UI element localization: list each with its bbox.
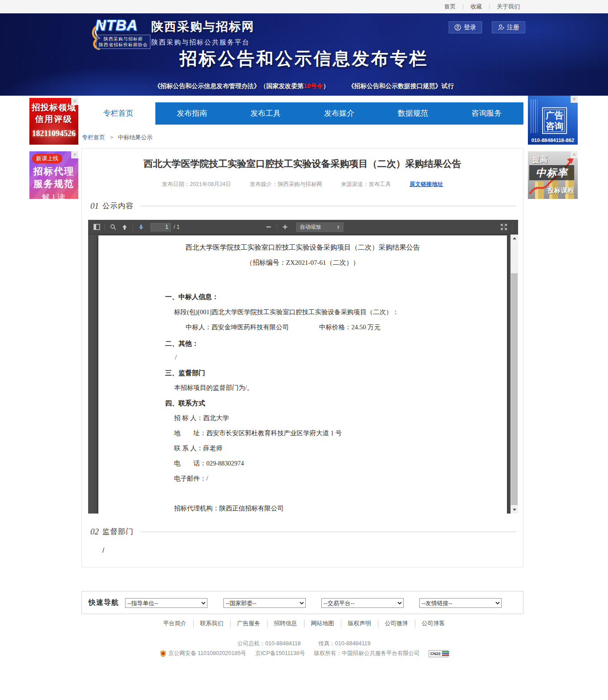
footer-link[interactable]: 公司微博 xyxy=(378,619,415,627)
banner-sub-part1: 《招标公告和公示信息发布管理办法》（国家发改委第 xyxy=(154,82,304,89)
site-logo[interactable]: NTBA 陕西采购与招标师 陕西省招标投标师协会 xyxy=(87,16,154,52)
quick-nav-label: 快速导航 xyxy=(89,598,119,607)
divider xyxy=(141,531,516,532)
zoom-out-icon[interactable] xyxy=(263,222,275,233)
nav-tab-publish-guide[interactable]: 发布指南 xyxy=(155,102,229,125)
zoom-mode-select[interactable]: 自动缩放 ▲▼ xyxy=(296,223,344,232)
page-number-input[interactable] xyxy=(150,223,171,231)
register-button[interactable]: 注册 xyxy=(492,21,525,33)
select-ministry[interactable]: --国家部委-- xyxy=(223,598,306,608)
login-label: 登录 xyxy=(464,24,476,32)
pdf-body: 西北大学医学院技工实验室口腔技工实验设备采购项目（二次）采购结果公告 （招标编号… xyxy=(88,235,518,514)
sidebar-toggle-icon[interactable] xyxy=(91,222,102,233)
select-trade-platform[interactable]: --交易平台-- xyxy=(321,598,404,608)
scrollbar-thumb[interactable] xyxy=(511,273,518,505)
pdf-toolbar: / 1 自动缩放 ▲▼ xyxy=(88,220,518,235)
footer-link[interactable]: 公司博客 xyxy=(415,619,452,627)
pdf-page: 西北大学医学院技工实验室口腔技工实验设备采购项目（二次）采购结果公告 （招标编号… xyxy=(98,235,507,514)
doc-agency-line: 招标代理机构：陕西正信招标有限公司 xyxy=(174,504,507,513)
ad-text: 提高 xyxy=(532,154,547,165)
divider xyxy=(105,223,105,231)
ad-agency-course[interactable]: × 新课上线 招标代理 服务规范 解 | 读 xyxy=(29,151,78,199)
divider xyxy=(133,223,133,231)
pdf-scrollbar[interactable] xyxy=(511,235,518,514)
nav-tab-column-home[interactable]: 专栏首页 xyxy=(81,102,155,125)
doc-title: 西北大学医学院技工实验室口腔技工实验设备采购项目（二次）采购结果公告 xyxy=(98,243,507,252)
ad-credit-rating[interactable]: × 招投标领域 信用评级 18211094526 xyxy=(29,98,78,145)
ad-phone: 010-88484118-862 xyxy=(528,138,578,143)
nav-tab-publish-media[interactable]: 发布媒介 xyxy=(303,102,377,125)
topbar-link-home[interactable]: 首页 xyxy=(437,3,463,11)
winner-label: 中标人： xyxy=(186,324,211,331)
ad-text: 广告 xyxy=(546,110,563,121)
footer-link[interactable]: 版权声明 xyxy=(341,619,378,627)
footer-link[interactable]: 联系我们 xyxy=(194,619,231,627)
section-title: 公示内容 xyxy=(102,201,134,211)
nav-tab-data-standard[interactable]: 数据规范 xyxy=(376,102,450,125)
doc-heading-2: 二、其他： xyxy=(165,339,507,348)
police-badge-icon xyxy=(160,650,166,657)
topbar-links: 首页 收藏 关于我们 xyxy=(437,0,527,13)
scroll-up-icon[interactable] xyxy=(511,235,518,242)
row-label: 电子邮件： xyxy=(174,475,207,482)
section-number: 01 xyxy=(90,201,99,211)
origin-link[interactable]: 原文链接地址 xyxy=(409,181,443,188)
pdf-viewer: / 1 自动缩放 ▲▼ xyxy=(88,220,518,514)
doc-winner-line: 中标人：西安金坤医药科技有限公司中标价格：24.50 万元 xyxy=(186,323,507,332)
ad-advertising-consult[interactable]: × 广告 咨询 010-88484118-862 xyxy=(528,96,578,145)
price-value: 24.50 万元 xyxy=(352,324,381,331)
topbar-link-favorite[interactable]: 收藏 xyxy=(463,3,489,11)
footer-contact: 公司总机：010-88484118 传真：010-88484119 xyxy=(0,640,608,647)
nav-tab-consult-service[interactable]: 咨询服务 xyxy=(450,102,524,125)
main-nav: 专栏首页 发布指南 发布工具 发布媒介 数据规范 咨询服务 xyxy=(81,102,523,125)
zoom-in-icon[interactable] xyxy=(280,222,291,233)
close-icon[interactable]: × xyxy=(71,151,78,158)
zoom-controls: 自动缩放 ▲▼ xyxy=(263,222,344,233)
footer-link[interactable]: 网站地图 xyxy=(304,619,341,627)
row-label: 联 系 人： xyxy=(174,445,203,452)
close-icon[interactable]: × xyxy=(571,151,578,158)
footer-link[interactable]: 广告服务 xyxy=(231,619,268,627)
zoom-mode-label: 自动缩放 xyxy=(300,223,321,231)
select-friend-links[interactable]: --友情链接-- xyxy=(419,598,502,608)
select-guide-unit[interactable]: --指导单位-- xyxy=(125,598,207,608)
article-title: 西北大学医学院技工实验室口腔技工实验设备采购项目（二次）采购结果公告 xyxy=(82,158,523,170)
row-label: 招 标 人： xyxy=(174,414,203,421)
ad-text: 咨询 xyxy=(546,121,563,131)
topbar-link-about[interactable]: 关于我们 xyxy=(490,3,527,11)
ad-bid-course[interactable]: × 提高 中标率 投标课程 xyxy=(528,151,578,199)
footer-link[interactable]: 平台简介 xyxy=(157,619,194,627)
site-name: 陕西采购与招标网 xyxy=(151,19,255,35)
footer-link[interactable]: 招聘信息 xyxy=(268,619,304,627)
divider xyxy=(141,206,516,206)
page-up-icon[interactable] xyxy=(119,222,130,233)
footer-links: 平台简介 联系我们 广告服务 招聘信息 网站地图 版权声明 公司微博 公司博客 xyxy=(0,619,608,627)
doc-contact-row: 地 址：西安市长安区郭杜教育科技产业区学府大道 1 号 xyxy=(174,429,507,438)
banner-sub-close: ） xyxy=(323,82,329,89)
copyright: 版权所有：中国招标公共服务平台有限公司 xyxy=(314,650,420,657)
footer-legal: 京公网安备 11010802020185号 京ICP备15011138号 版权所… xyxy=(0,650,608,657)
breadcrumb-home[interactable]: 专栏首页 xyxy=(82,134,105,141)
user-icon xyxy=(454,24,461,31)
row-value: 西北大学 xyxy=(203,414,229,421)
ad-text: 信用评级 xyxy=(29,113,78,125)
scroll-down-icon[interactable] xyxy=(511,506,518,514)
winner-value: 西安金坤医药科技有限公司 xyxy=(211,324,289,331)
banner-subtitle: 《招标公告和公示信息发布管理办法》（国家发改委第10号令） 《招标公告和公示数据… xyxy=(0,82,608,90)
doc-contact-row: 电子邮件：/ xyxy=(174,474,507,483)
login-button[interactable]: 登录 xyxy=(449,21,482,33)
ad-text: 投标课程 xyxy=(547,186,574,195)
publish-media: 发布媒介：陕西采购与招标网 xyxy=(250,181,322,188)
close-icon[interactable]: × xyxy=(571,96,578,103)
banner-sub-red: 10号令 xyxy=(304,82,323,89)
register-icon xyxy=(498,24,504,31)
close-icon[interactable]: × xyxy=(71,98,78,105)
site-title: 陕西采购与招标网 陕西采购与招标公共服务平台 xyxy=(151,19,255,47)
fullscreen-icon[interactable] xyxy=(498,222,510,233)
search-icon[interactable] xyxy=(107,222,119,233)
page-down-icon[interactable] xyxy=(135,222,147,233)
icp-record[interactable]: 京ICP备15011138号 xyxy=(255,650,305,657)
section-title: 监督部门 xyxy=(102,527,134,537)
nav-tab-publish-tool[interactable]: 发布工具 xyxy=(229,102,303,125)
ad-text: 解 | 读 xyxy=(29,192,78,199)
